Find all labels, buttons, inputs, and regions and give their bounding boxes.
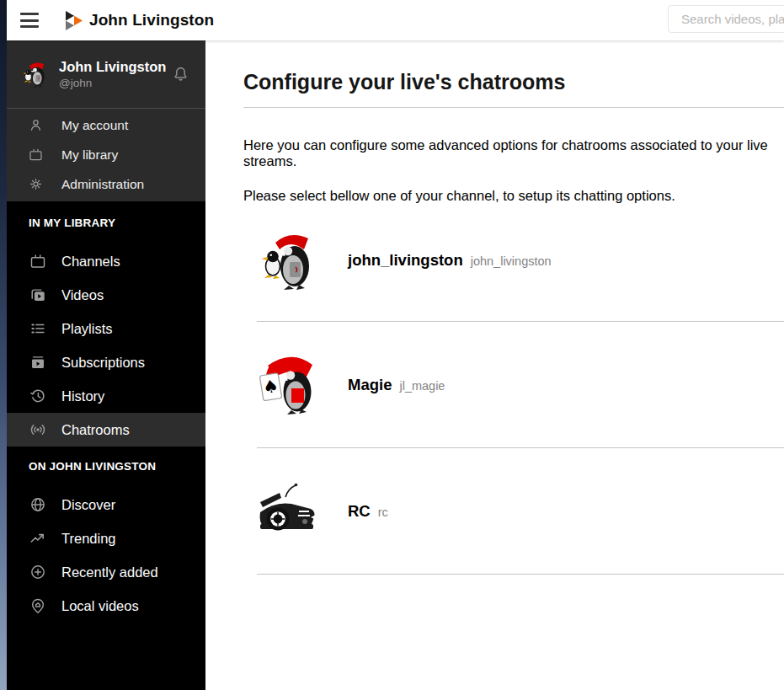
top-header: John Livingston [7, 0, 784, 40]
channel-list: john_livingston john_livingston Magie jl… [257, 200, 784, 575]
sidebar-item-channels[interactable]: Channels [7, 244, 205, 278]
search-input[interactable] [668, 5, 784, 33]
instance-title: John Livingston [89, 11, 214, 29]
sidebar-item-local-videos[interactable]: Local videos [7, 589, 205, 623]
notifications-button[interactable] [169, 62, 192, 86]
playlists-icon [29, 319, 47, 338]
section-title: IN MY LIBRARY [7, 201, 205, 230]
sidebar-item-trending[interactable]: Trending [7, 522, 205, 555]
page-header: Configure your live's chatrooms [243, 69, 784, 108]
tv-icon [28, 147, 44, 163]
instance-home-link[interactable]: John Livingston [66, 11, 214, 30]
channel-display-name: john_livingston [348, 251, 463, 270]
channel-row-magie[interactable]: Magie jl_magie [257, 322, 784, 448]
account-links: My account My library Administration [7, 108, 205, 201]
bell-icon [171, 64, 190, 84]
map-pin-home-icon [29, 596, 47, 615]
menu-toggle-button[interactable] [20, 12, 40, 29]
rc-car-avatar [257, 479, 321, 543]
user-avatar [21, 60, 50, 88]
section-on-instance: ON JOHN LIVINGSTON Discover Trending Rec… [7, 447, 205, 623]
sidebar-item-administration[interactable]: Administration [7, 169, 205, 199]
videos-icon [29, 286, 47, 304]
intro-text: Here you can configure some advanced opt… [243, 137, 784, 204]
sidebar-item-discover[interactable]: Discover [7, 488, 205, 522]
history-icon [29, 387, 47, 405]
channel-name: jl_magie [399, 379, 445, 393]
sidebar-item-playlists[interactable]: Playlists [7, 312, 205, 345]
tv-icon [29, 252, 47, 270]
trending-icon [29, 529, 47, 548]
penguin-santa-avatar [257, 228, 321, 292]
sidebar-item-videos[interactable]: Videos [7, 278, 205, 312]
broadcast-icon [29, 420, 47, 439]
page-background-strip [0, 0, 7, 690]
user-account-block[interactable]: John Livingston @john [7, 40, 205, 108]
user-handle: @john [59, 77, 92, 89]
sidebar-item-recently-added[interactable]: Recently added [7, 555, 205, 589]
sidebar-item-chatrooms[interactable]: Chatrooms [7, 413, 205, 447]
sidebar-menu: John Livingston @john My account My libr… [7, 40, 205, 690]
channel-display-name: RC [348, 502, 371, 521]
main-content: Configure your live's chatrooms Here you… [205, 40, 784, 690]
intro-paragraph: Here you can configure some advanced opt… [243, 137, 784, 169]
sidebar-item-my-account[interactable]: My account [7, 110, 205, 140]
sidebar-item-my-library[interactable]: My library [7, 140, 205, 169]
section-title: ON JOHN LIVINGSTON [7, 447, 205, 473]
channel-row-john-livingston[interactable]: john_livingston john_livingston [257, 200, 784, 322]
globe-icon [29, 495, 47, 514]
penguin-magician-avatar [257, 353, 321, 417]
plus-circle-icon [29, 563, 47, 581]
subscriptions-icon [29, 353, 47, 372]
channel-row-rc[interactable]: RC rc [257, 448, 784, 575]
user-icon [28, 117, 44, 133]
channel-display-name: Magie [348, 376, 392, 394]
peertube-logo-icon [66, 11, 83, 30]
channel-name: john_livingston [471, 254, 552, 268]
sidebar-item-history[interactable]: History [7, 379, 205, 413]
channel-name: rc [378, 505, 388, 519]
section-in-my-library: IN MY LIBRARY Channels Videos Playlists … [7, 201, 205, 447]
gear-icon [28, 176, 44, 192]
user-display-name: John Livingston [59, 59, 166, 74]
page-title: Configure your live's chatrooms [243, 69, 784, 94]
hamburger-icon [20, 13, 39, 15]
sidebar-item-subscriptions[interactable]: Subscriptions [7, 345, 205, 379]
